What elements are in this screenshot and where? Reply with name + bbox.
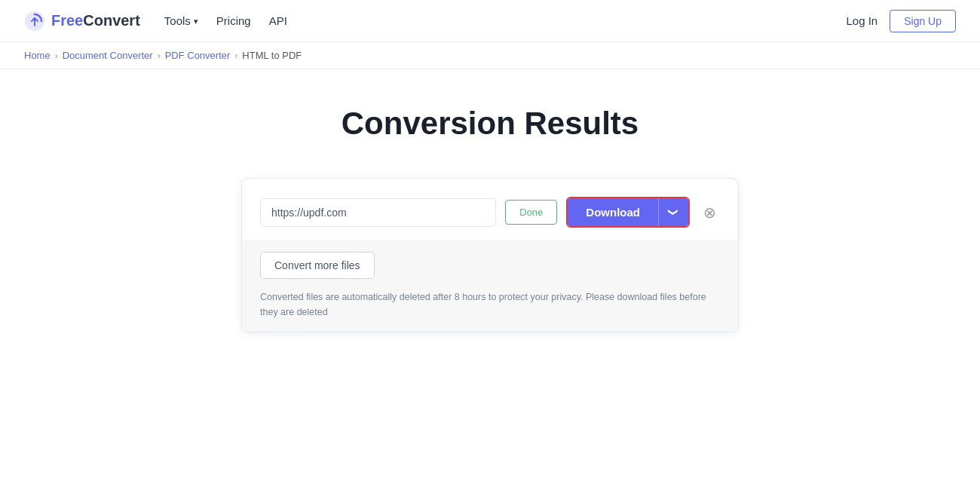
chevron-down-icon: ❯ — [668, 208, 679, 216]
download-button-group: Download ❯ — [566, 197, 690, 228]
chevron-down-icon: ▾ — [194, 17, 198, 26]
header-right: Log In Sign Up — [846, 10, 956, 32]
nav-tools[interactable]: Tools ▾ — [164, 14, 198, 27]
breadcrumb: Home › Document Converter › PDF Converte… — [0, 42, 980, 69]
logo[interactable]: FreeConvert — [24, 11, 140, 32]
page-title: Conversion Results — [341, 106, 639, 142]
header: FreeConvert Tools ▾ Pricing API Log In S… — [0, 0, 980, 42]
download-button[interactable]: Download — [568, 198, 658, 226]
main-nav: Tools ▾ Pricing API — [164, 14, 287, 27]
privacy-notice: Converted files are automatically delete… — [260, 289, 720, 320]
convert-more-button[interactable]: Convert more files — [260, 252, 375, 279]
breadcrumb-home[interactable]: Home — [24, 50, 51, 61]
close-button[interactable]: ⊗ — [699, 202, 720, 223]
header-left: FreeConvert Tools ▾ Pricing API — [24, 11, 287, 32]
login-button[interactable]: Log In — [846, 14, 877, 27]
file-url: https://updf.com — [260, 198, 496, 227]
freeconvert-logo-icon — [24, 11, 45, 32]
main-content: Conversion Results https://updf.com Done… — [0, 69, 980, 487]
nav-api[interactable]: API — [269, 14, 287, 27]
file-row: https://updf.com Done Download ❯ ⊗ — [260, 197, 720, 228]
breadcrumb-sep-2: › — [158, 51, 161, 61]
breadcrumb-sep-1: › — [55, 51, 58, 61]
card-bottom: Convert more files Converted files are a… — [242, 240, 738, 332]
nav-pricing[interactable]: Pricing — [216, 14, 251, 27]
breadcrumb-current: HTML to PDF — [242, 50, 302, 61]
done-button[interactable]: Done — [505, 200, 557, 225]
signup-button[interactable]: Sign Up — [890, 10, 956, 32]
download-arrow-button[interactable]: ❯ — [658, 198, 688, 226]
conversion-card: https://updf.com Done Download ❯ ⊗ Conve… — [241, 178, 739, 332]
breadcrumb-pdf-converter[interactable]: PDF Converter — [165, 50, 231, 61]
close-icon: ⊗ — [703, 204, 716, 222]
breadcrumb-document-converter[interactable]: Document Converter — [63, 50, 153, 61]
breadcrumb-sep-3: › — [234, 51, 237, 61]
logo-text: FreeConvert — [51, 12, 140, 29]
